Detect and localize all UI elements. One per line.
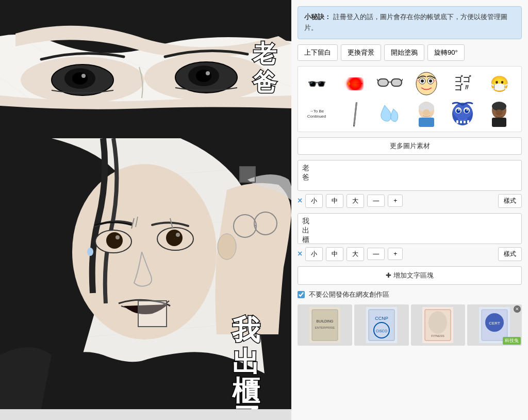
svg-point-14 [196, 70, 211, 82]
svg-point-25 [106, 232, 123, 249]
text-input-1[interactable]: 老 爸 [298, 160, 522, 191]
size-large-2-button[interactable]: 大 [346, 247, 364, 261]
size-plus-1-button[interactable]: + [388, 195, 403, 207]
left-panel: 老 爸 [0, 0, 291, 420]
svg-text:爸: 爸 [253, 69, 277, 95]
svg-text:我: 我 [232, 314, 260, 345]
size-medium-1-button[interactable]: 中 [326, 194, 343, 208]
size-minus-1-button[interactable]: — [367, 195, 385, 207]
sticker-blue-monster[interactable] [447, 100, 478, 128]
sticker-grid: 🕶️ [298, 66, 522, 132]
text-controls-1: × 小 中 大 — + 樣式 [298, 194, 522, 208]
svg-point-68 [458, 109, 460, 111]
svg-point-54 [421, 79, 424, 83]
svg-text:CCNP: CCNP [375, 316, 388, 321]
sticker-aviator[interactable] [374, 70, 405, 98]
svg-point-28 [166, 230, 183, 246]
svg-rect-72 [464, 121, 466, 123]
sticker-anime-face[interactable] [411, 70, 442, 98]
rotate90-button[interactable]: 旋轉90° [427, 44, 465, 61]
ad-item-3[interactable]: FITNESS [411, 304, 466, 346]
svg-text:了: 了 [234, 402, 261, 409]
svg-point-33 [87, 248, 93, 256]
ad-item-2[interactable]: CCNP CISCO [354, 304, 409, 346]
tip-label: 小秘訣： [304, 13, 331, 21]
svg-rect-39 [240, 167, 255, 182]
ad-badge: 科技兔 [503, 337, 521, 345]
privacy-label[interactable]: 不要公開發佈在網友創作區 [309, 290, 389, 299]
svg-point-29 [176, 233, 180, 237]
svg-text:FITNESS: FITNESS [432, 334, 444, 337]
svg-point-26 [116, 235, 120, 239]
svg-text:ENTERPRISE: ENTERPRISE [315, 326, 335, 329]
svg-text:CISCO: CISCO [376, 329, 388, 333]
size-large-1-button[interactable]: 大 [346, 194, 364, 208]
text-input-2[interactable]: 我 出 櫃 了 [298, 213, 522, 244]
svg-rect-73 [467, 120, 469, 123]
sticker-mask[interactable]: 😷 [484, 70, 515, 98]
svg-point-15 [206, 71, 210, 75]
svg-point-34 [218, 234, 236, 260]
svg-point-10 [81, 74, 86, 78]
delete-text-2-button[interactable]: × [298, 249, 302, 259]
ad-item-1[interactable]: BUILDING ENTERPRISE [298, 304, 352, 346]
privacy-checkbox[interactable] [298, 291, 305, 298]
sticker-person-bezos[interactable] [411, 100, 442, 128]
sticker-to-be-continued[interactable]: →To BeContinued [301, 100, 332, 128]
sticker-laser-eye[interactable] [338, 70, 369, 98]
ad-item-4[interactable]: CERT ✕ 科技兔 [467, 304, 522, 346]
svg-rect-50 [391, 79, 402, 86]
start-paint-button[interactable]: 開始塗鴉 [384, 44, 424, 61]
svg-rect-76 [492, 118, 506, 127]
svg-point-89 [428, 311, 447, 334]
add-text-block-button[interactable]: ✚ 增加文字區塊 [298, 266, 522, 285]
svg-point-55 [429, 79, 432, 83]
top-bottom-margin-button[interactable]: 上下留白 [298, 44, 338, 61]
manga-panel-bottom[interactable]: 我 出 櫃 了 [0, 138, 291, 409]
size-small-1-button[interactable]: 小 [305, 194, 323, 208]
tip-box: 小秘訣： 註冊登入的話，圖片會存在你的帳號底下，方便以後管理圖片。 [298, 6, 522, 39]
change-bg-button[interactable]: 更換背景 [341, 44, 381, 61]
svg-point-77 [496, 109, 503, 116]
style-2-button[interactable]: 樣式 [498, 247, 522, 261]
svg-rect-70 [456, 120, 458, 123]
svg-rect-49 [378, 79, 388, 86]
privacy-row: 不要公開發佈在網友創作區 [298, 290, 522, 299]
svg-line-47 [377, 79, 378, 81]
text-block-2: 我 出 櫃 了 × 小 中 大 — + 樣式 [298, 213, 522, 261]
text-block-1: 老 爸 × 小 中 大 — + 樣式 [298, 160, 522, 208]
svg-point-51 [416, 72, 437, 95]
sticker-sunglasses[interactable]: 🕶️ [301, 70, 332, 98]
sticker-katakana[interactable]: ゴゴゴ〃 [447, 70, 478, 98]
svg-text:BUILDING: BUILDING [316, 319, 333, 323]
svg-rect-83 [369, 310, 394, 341]
style-1-button[interactable]: 樣式 [498, 194, 522, 208]
size-small-2-button[interactable]: 小 [305, 247, 323, 261]
svg-rect-60 [419, 118, 434, 127]
delete-text-1-button[interactable]: × [298, 196, 302, 205]
ad-banner: BUILDING ENTERPRISE CCNP CISCO FITNESS [298, 304, 522, 346]
size-minus-2-button[interactable]: — [367, 248, 385, 260]
sticker-water-drops[interactable] [374, 100, 405, 128]
right-panel: 小秘訣： 註冊登入的話，圖片會存在你的帳號底下，方便以後管理圖片。 上下留白 更… [291, 0, 528, 420]
svg-point-69 [467, 109, 468, 111]
svg-line-48 [402, 79, 403, 81]
more-stickers-button[interactable]: 更多圖片素材 [298, 137, 522, 155]
text-controls-2: × 小 中 大 — + 樣式 [298, 247, 522, 261]
svg-text:CERT: CERT [489, 321, 500, 326]
toolbar-row: 上下留白 更換背景 開始塗鴉 旋轉90° [298, 44, 522, 61]
size-plus-2-button[interactable]: + [388, 248, 403, 260]
svg-point-9 [72, 72, 88, 85]
manga-panel-top[interactable]: 老 爸 [0, 0, 291, 138]
svg-text:出: 出 [232, 346, 260, 377]
ad-close-button[interactable]: ✕ [514, 305, 521, 313]
svg-point-61 [423, 109, 430, 116]
svg-rect-71 [460, 121, 462, 123]
tip-content: 註冊登入的話，圖片會存在你的帳號底下，方便以後管理圖片。 [304, 13, 507, 31]
sticker-needle[interactable] [338, 100, 369, 128]
svg-rect-38 [138, 301, 167, 327]
svg-rect-79 [312, 310, 338, 341]
sticker-person-dark[interactable] [484, 100, 515, 128]
size-medium-2-button[interactable]: 中 [326, 247, 343, 261]
svg-text:櫃: 櫃 [232, 375, 260, 406]
